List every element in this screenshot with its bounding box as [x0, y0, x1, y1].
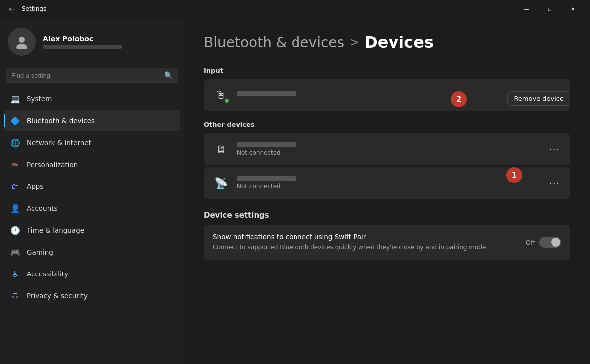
other-device-2-info: Not connected	[237, 176, 546, 190]
swift-pair-desc: Connect to supported Bluetooth devices q…	[213, 243, 492, 252]
toggle-knob	[551, 238, 560, 247]
device-settings-section: Device settings Show notifications to co…	[204, 211, 570, 260]
network-nav-icon: 🌐	[10, 137, 21, 148]
sidebar-item-personalization[interactable]: ✏️Personalization	[4, 154, 180, 175]
input-section-label: Input	[204, 67, 570, 74]
swift-pair-info: Show notifications to connect using Swif…	[213, 233, 526, 252]
personalization-nav-icon: ✏️	[10, 159, 21, 170]
other-device-1-info: Not connected	[237, 142, 546, 156]
breadcrumb-link[interactable]: Bluetooth & devices	[204, 34, 344, 51]
input-device-info	[237, 91, 546, 98]
back-button[interactable]: ←	[6, 3, 18, 15]
title-bar: ← Settings — □ ✕	[0, 0, 590, 18]
svg-point-1	[16, 44, 27, 49]
sidebar-item-bluetooth[interactable]: 🔷Bluetooth & devices	[4, 110, 180, 131]
network-nav-label: Network & internet	[27, 139, 91, 147]
swift-pair-toggle[interactable]	[539, 237, 561, 248]
user-email-bar	[43, 45, 122, 49]
accessibility-nav-label: Accessibility	[27, 270, 68, 278]
avatar	[8, 28, 36, 56]
display-icon: 🖥	[212, 140, 230, 158]
other-devices-section-label: Other devices	[204, 121, 570, 128]
apps-nav-icon: 🗂	[10, 181, 21, 192]
sidebar-item-time[interactable]: 🕐Time & language	[4, 220, 180, 241]
personalization-nav-label: Personalization	[27, 161, 78, 169]
annotation-1: 1	[506, 167, 522, 183]
user-name: Alex Poloboc	[43, 35, 176, 43]
other-device-2-name-bar	[237, 176, 296, 181]
window-controls: — □ ✕	[515, 1, 584, 17]
other-device-2-menu-button[interactable]: ···	[546, 175, 562, 191]
time-nav-label: Time & language	[27, 226, 84, 234]
user-info: Alex Poloboc	[43, 35, 176, 49]
search-box[interactable]: 🔍	[6, 68, 178, 83]
sidebar-item-system[interactable]: 💻System	[4, 89, 180, 109]
close-button[interactable]: ✕	[561, 1, 584, 17]
nav-items: 💻System🔷Bluetooth & devices🌐Network & in…	[0, 89, 184, 306]
apps-nav-label: Apps	[27, 182, 43, 190]
minimize-button[interactable]: —	[515, 1, 538, 17]
time-nav-icon: 🕐	[10, 225, 21, 236]
other-device-card-1: 🖥 Not connected ···	[204, 133, 570, 165]
system-nav-label: System	[27, 95, 52, 103]
accounts-nav-icon: 👤	[10, 203, 21, 214]
svg-point-0	[19, 37, 25, 43]
connected-dot	[225, 99, 229, 103]
privacy-nav-label: Privacy & security	[27, 292, 88, 300]
other-device-1-menu-button[interactable]: ···	[546, 141, 562, 157]
swift-pair-card: Show notifications to connect using Swif…	[204, 225, 570, 260]
maximize-button[interactable]: □	[538, 1, 561, 17]
wifi-icon: 📡	[212, 174, 230, 192]
accounts-nav-label: Accounts	[27, 204, 58, 212]
system-nav-icon: 💻	[10, 93, 21, 104]
remove-device-tooltip[interactable]: Remove device	[507, 91, 570, 106]
privacy-nav-icon: 🛡	[10, 290, 21, 301]
annotation-2: 2	[451, 91, 467, 107]
bluetooth-nav-label: Bluetooth & devices	[27, 117, 95, 125]
breadcrumb-current: Devices	[364, 33, 434, 52]
bluetooth-nav-icon: 🔷	[10, 115, 21, 126]
search-input[interactable]	[11, 72, 160, 79]
sidebar-item-accounts[interactable]: 👤Accounts	[4, 198, 180, 219]
sidebar-item-network[interactable]: 🌐Network & internet	[4, 132, 180, 153]
other-device-1-status: Not connected	[237, 149, 546, 156]
sidebar-item-gaming[interactable]: 🎮Gaming	[4, 242, 180, 263]
swift-pair-toggle-container: Off	[526, 237, 561, 248]
other-device-1-name-bar	[237, 142, 296, 147]
sidebar-item-apps[interactable]: 🗂Apps	[4, 176, 180, 197]
mouse-icon: 🖱	[212, 86, 230, 104]
breadcrumb-separator: >	[349, 35, 359, 49]
accessibility-nav-icon: ♿	[10, 269, 21, 279]
swift-pair-title: Show notifications to connect using Swif…	[213, 233, 526, 241]
app-body: Alex Poloboc 🔍 💻System🔷Bluetooth & devic…	[0, 18, 590, 364]
sidebar-item-privacy[interactable]: 🛡Privacy & security	[4, 285, 180, 306]
app-title: Settings	[22, 5, 46, 12]
sidebar-item-accessibility[interactable]: ♿Accessibility	[4, 264, 180, 284]
main-content: Bluetooth & devices > Devices Remove dev…	[184, 18, 590, 364]
gaming-nav-icon: 🎮	[10, 247, 21, 258]
search-icon: 🔍	[164, 71, 173, 79]
swift-pair-toggle-label: Off	[526, 239, 535, 246]
input-device-name-bar	[237, 91, 296, 96]
device-settings-title: Device settings	[204, 211, 570, 220]
sidebar: Alex Poloboc 🔍 💻System🔷Bluetooth & devic…	[0, 18, 184, 364]
other-device-2-status: Not connected	[237, 183, 546, 190]
gaming-nav-label: Gaming	[27, 248, 53, 256]
user-section: Alex Poloboc	[0, 18, 184, 66]
breadcrumb: Bluetooth & devices > Devices	[204, 33, 570, 52]
